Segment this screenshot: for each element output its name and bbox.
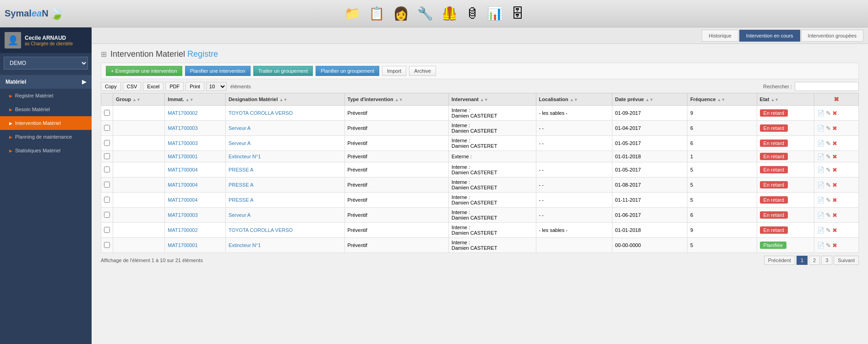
- immat-link[interactable]: MAT1700002: [168, 110, 197, 116]
- delete-icon[interactable]: ✖: [832, 242, 837, 249]
- row-checkbox[interactable]: [104, 110, 110, 116]
- edit-icon[interactable]: 📄: [817, 242, 824, 249]
- delete-icon[interactable]: ✖: [832, 110, 837, 117]
- delete-icon[interactable]: ✖: [832, 212, 837, 219]
- immat-link[interactable]: MAT1700003: [168, 125, 197, 131]
- immat-link[interactable]: MAT1700003: [168, 140, 197, 146]
- sidebar-item-registre[interactable]: ▸ Registre Matériel: [0, 89, 92, 102]
- th-designation[interactable]: Designation Matériel ▲▼: [225, 93, 344, 106]
- planifier-button[interactable]: Planifier une intervention: [185, 66, 251, 76]
- sidebar-item-statistiques[interactable]: ▸ Statistiques Matériel: [0, 144, 92, 157]
- archive-button[interactable]: Archive: [409, 66, 436, 76]
- row-checkbox[interactable]: [104, 140, 110, 146]
- planifier-group-button[interactable]: Planifier un groupement: [316, 66, 379, 76]
- immat-link[interactable]: MAT1700002: [168, 227, 197, 233]
- designation-link[interactable]: Serveur A: [229, 125, 251, 131]
- database-icon[interactable]: 🗄: [511, 6, 524, 21]
- edit-icon[interactable]: 📄: [817, 110, 824, 117]
- delete-icon[interactable]: ✖: [832, 153, 837, 160]
- excel-button[interactable]: Excel: [143, 82, 164, 91]
- edit-icon[interactable]: 📄: [817, 212, 824, 219]
- th-type[interactable]: Type d'intervention ▲▼: [344, 93, 448, 106]
- designation-link[interactable]: Serveur A: [229, 140, 251, 146]
- designation-link[interactable]: Extincteur N°1: [229, 242, 261, 248]
- tab-historique[interactable]: Historique: [702, 30, 738, 42]
- designation-link[interactable]: PRESSE A: [229, 182, 253, 188]
- th-intervenant[interactable]: Intervenant ▲▼: [448, 93, 536, 106]
- edit-icon[interactable]: 📄: [817, 140, 824, 147]
- edit-icon[interactable]: 📄: [817, 182, 824, 188]
- designation-link[interactable]: PRESSE A: [229, 197, 253, 203]
- delete-icon[interactable]: ✖: [832, 227, 837, 234]
- designation-link[interactable]: PRESSE A: [229, 167, 253, 172]
- designation-link[interactable]: Serveur A: [229, 212, 251, 218]
- clipboard-icon[interactable]: 📋: [369, 6, 385, 21]
- csv-button[interactable]: CSV: [123, 82, 142, 91]
- row-checkbox[interactable]: [104, 153, 110, 159]
- copy-action-icon[interactable]: ✎: [826, 212, 831, 219]
- folder-icon[interactable]: 📁: [344, 6, 360, 21]
- row-checkbox[interactable]: [104, 227, 110, 233]
- sidebar-item-intervention[interactable]: ▸ Intervention Matériel: [0, 116, 92, 130]
- vest-icon[interactable]: 🦺: [442, 6, 458, 21]
- prev-button[interactable]: Précédent: [764, 256, 795, 265]
- copy-action-icon[interactable]: ✎: [826, 125, 831, 132]
- page-2-button[interactable]: 2: [809, 256, 820, 265]
- row-checkbox[interactable]: [104, 182, 110, 188]
- th-frequence[interactable]: Fréquence ▲▼: [687, 93, 757, 106]
- immat-link[interactable]: MAT1700004: [168, 197, 197, 203]
- th-immat[interactable]: Immat. ▲▼: [165, 93, 226, 106]
- row-checkbox[interactable]: [104, 125, 110, 131]
- immat-link[interactable]: MAT1700001: [168, 242, 197, 248]
- sidebar-item-besoin[interactable]: ▸ Besoin Matériel: [0, 102, 92, 116]
- tab-intervention-groupees[interactable]: Intervention groupées: [801, 30, 863, 42]
- next-button[interactable]: Suivant: [834, 256, 859, 265]
- delete-icon[interactable]: ✖: [832, 182, 837, 188]
- copy-action-icon[interactable]: ✎: [826, 110, 831, 117]
- print-button[interactable]: Print: [186, 82, 204, 91]
- row-checkbox[interactable]: [104, 167, 110, 172]
- row-checkbox[interactable]: [104, 242, 110, 248]
- copy-action-icon[interactable]: ✎: [826, 182, 831, 188]
- copy-button[interactable]: Copy: [101, 82, 121, 91]
- delete-icon[interactable]: ✖: [832, 140, 837, 147]
- designation-link[interactable]: Extincteur N°1: [229, 154, 261, 159]
- search-input[interactable]: [795, 82, 859, 91]
- sidebar-section-materiel[interactable]: Matériel ▶: [0, 75, 92, 89]
- edit-icon[interactable]: 📄: [817, 125, 824, 132]
- page-3-button[interactable]: 3: [821, 256, 832, 265]
- chart-icon[interactable]: 📊: [487, 6, 503, 21]
- th-group[interactable]: Group ▲▼: [113, 93, 165, 106]
- person-icon[interactable]: 👩: [393, 6, 409, 21]
- delete-icon[interactable]: ✖: [832, 197, 837, 204]
- edit-icon[interactable]: 📄: [817, 197, 824, 204]
- th-localisation[interactable]: Localisation ▲▼: [536, 93, 612, 106]
- copy-action-icon[interactable]: ✎: [826, 197, 831, 204]
- designation-link[interactable]: TOYOTA COROLLA VERSO: [229, 110, 293, 116]
- sidebar-item-planning[interactable]: ▸ Planning de maintenance: [0, 130, 92, 144]
- immat-link[interactable]: MAT1700003: [168, 212, 197, 218]
- traiter-button[interactable]: Traiter un groupement: [253, 66, 313, 76]
- demo-select[interactable]: DEMO: [4, 57, 88, 70]
- pdf-button[interactable]: PDF: [165, 82, 184, 91]
- designation-link[interactable]: TOYOTA COROLLA VERSO: [229, 227, 293, 233]
- copy-action-icon[interactable]: ✎: [826, 242, 831, 249]
- copy-action-icon[interactable]: ✎: [826, 167, 831, 173]
- copy-action-icon[interactable]: ✎: [826, 140, 831, 147]
- delete-icon[interactable]: ✖: [832, 125, 837, 132]
- page-1-button[interactable]: 1: [797, 256, 808, 265]
- th-etat[interactable]: Etat ▲▼: [757, 93, 814, 106]
- edit-icon[interactable]: 📄: [817, 227, 824, 234]
- th-date[interactable]: Date prévue ▲▼: [612, 93, 687, 106]
- delete-icon[interactable]: ✖: [832, 167, 837, 173]
- immat-link[interactable]: MAT1700001: [168, 154, 197, 159]
- import-button[interactable]: Import: [382, 66, 406, 76]
- tab-intervention-cours[interactable]: Intervention en cours: [739, 30, 800, 42]
- immat-link[interactable]: MAT1700004: [168, 182, 197, 188]
- copy-action-icon[interactable]: ✎: [826, 227, 831, 234]
- row-checkbox[interactable]: [104, 197, 110, 203]
- immat-link[interactable]: MAT1700004: [168, 167, 197, 172]
- edit-icon[interactable]: 📄: [817, 167, 824, 173]
- tools-icon[interactable]: 🔧: [417, 6, 433, 21]
- enregistrer-button[interactable]: + Enregistrer une intervention: [106, 66, 182, 76]
